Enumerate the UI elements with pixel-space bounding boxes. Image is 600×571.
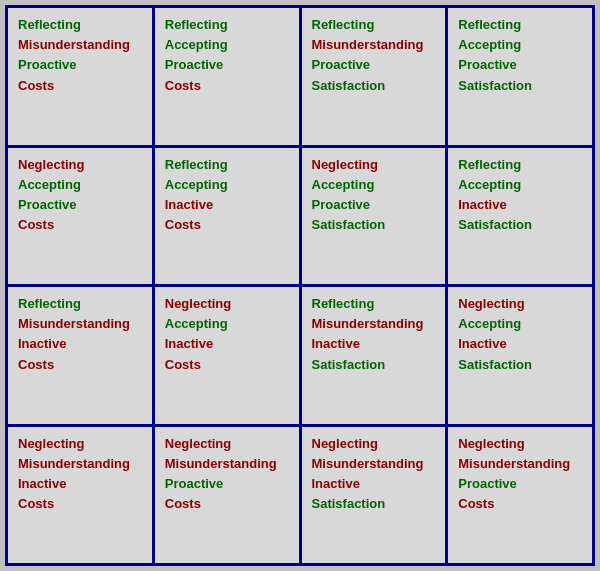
cell-14-line-0: Neglecting [312,435,436,453]
cell-1-line-1: Accepting [165,36,289,54]
cell-15-line-0: Neglecting [458,435,582,453]
cell-10-line-1: Misunderstanding [312,315,436,333]
main-grid: ReflectingMisunderstandingProactiveCosts… [5,5,595,566]
cell-9-line-0: Neglecting [165,295,289,313]
cell-12-line-3: Costs [18,495,142,513]
cell-7-line-1: Accepting [458,176,582,194]
cell-12-line-2: Inactive [18,475,142,493]
cell-4-line-3: Costs [18,216,142,234]
grid-cell-0: ReflectingMisunderstandingProactiveCosts [8,8,152,145]
grid-cell-7: ReflectingAcceptingInactiveSatisfaction [448,148,592,285]
cell-10-line-2: Inactive [312,335,436,353]
grid-cell-8: ReflectingMisunderstandingInactiveCosts [8,287,152,424]
grid-cell-3: ReflectingAcceptingProactiveSatisfaction [448,8,592,145]
grid-cell-11: NeglectingAcceptingInactiveSatisfaction [448,287,592,424]
cell-9-line-1: Accepting [165,315,289,333]
cell-14-line-2: Inactive [312,475,436,493]
cell-4-line-0: Neglecting [18,156,142,174]
cell-15-line-3: Costs [458,495,582,513]
cell-11-line-3: Satisfaction [458,356,582,374]
grid-cell-15: NeglectingMisunderstandingProactiveCosts [448,427,592,564]
cell-1-line-2: Proactive [165,56,289,74]
grid-cell-13: NeglectingMisunderstandingProactiveCosts [155,427,299,564]
grid-cell-4: NeglectingAcceptingProactiveCosts [8,148,152,285]
cell-12-line-0: Neglecting [18,435,142,453]
cell-3-line-1: Accepting [458,36,582,54]
grid-cell-9: NeglectingAcceptingInactiveCosts [155,287,299,424]
cell-9-line-3: Costs [165,356,289,374]
grid-cell-6: NeglectingAcceptingProactiveSatisfaction [302,148,446,285]
cell-11-line-0: Neglecting [458,295,582,313]
cell-15-line-2: Proactive [458,475,582,493]
cell-9-line-2: Inactive [165,335,289,353]
cell-13-line-2: Proactive [165,475,289,493]
cell-8-line-3: Costs [18,356,142,374]
cell-11-line-1: Accepting [458,315,582,333]
cell-2-line-2: Proactive [312,56,436,74]
cell-15-line-1: Misunderstanding [458,455,582,473]
cell-6-line-1: Accepting [312,176,436,194]
grid-cell-10: ReflectingMisunderstandingInactiveSatisf… [302,287,446,424]
cell-3-line-3: Satisfaction [458,77,582,95]
cell-1-line-3: Costs [165,77,289,95]
cell-0-line-1: Misunderstanding [18,36,142,54]
cell-2-line-1: Misunderstanding [312,36,436,54]
cell-0-line-2: Proactive [18,56,142,74]
cell-8-line-2: Inactive [18,335,142,353]
grid-cell-1: ReflectingAcceptingProactiveCosts [155,8,299,145]
cell-5-line-0: Reflecting [165,156,289,174]
cell-5-line-1: Accepting [165,176,289,194]
cell-0-line-3: Costs [18,77,142,95]
cell-6-line-0: Neglecting [312,156,436,174]
cell-7-line-0: Reflecting [458,156,582,174]
cell-7-line-2: Inactive [458,196,582,214]
cell-11-line-2: Inactive [458,335,582,353]
cell-13-line-0: Neglecting [165,435,289,453]
cell-10-line-3: Satisfaction [312,356,436,374]
cell-6-line-3: Satisfaction [312,216,436,234]
grid-cell-2: ReflectingMisunderstandingProactiveSatis… [302,8,446,145]
cell-5-line-3: Costs [165,216,289,234]
grid-cell-12: NeglectingMisunderstandingInactiveCosts [8,427,152,564]
cell-5-line-2: Inactive [165,196,289,214]
cell-1-line-0: Reflecting [165,16,289,34]
grid-cell-5: ReflectingAcceptingInactiveCosts [155,148,299,285]
cell-12-line-1: Misunderstanding [18,455,142,473]
cell-4-line-1: Accepting [18,176,142,194]
cell-0-line-0: Reflecting [18,16,142,34]
cell-3-line-0: Reflecting [458,16,582,34]
cell-14-line-1: Misunderstanding [312,455,436,473]
cell-10-line-0: Reflecting [312,295,436,313]
cell-3-line-2: Proactive [458,56,582,74]
cell-2-line-0: Reflecting [312,16,436,34]
cell-7-line-3: Satisfaction [458,216,582,234]
cell-13-line-1: Misunderstanding [165,455,289,473]
cell-13-line-3: Costs [165,495,289,513]
cell-4-line-2: Proactive [18,196,142,214]
grid-cell-14: NeglectingMisunderstandingInactiveSatisf… [302,427,446,564]
cell-6-line-2: Proactive [312,196,436,214]
cell-14-line-3: Satisfaction [312,495,436,513]
cell-2-line-3: Satisfaction [312,77,436,95]
cell-8-line-1: Misunderstanding [18,315,142,333]
cell-8-line-0: Reflecting [18,295,142,313]
